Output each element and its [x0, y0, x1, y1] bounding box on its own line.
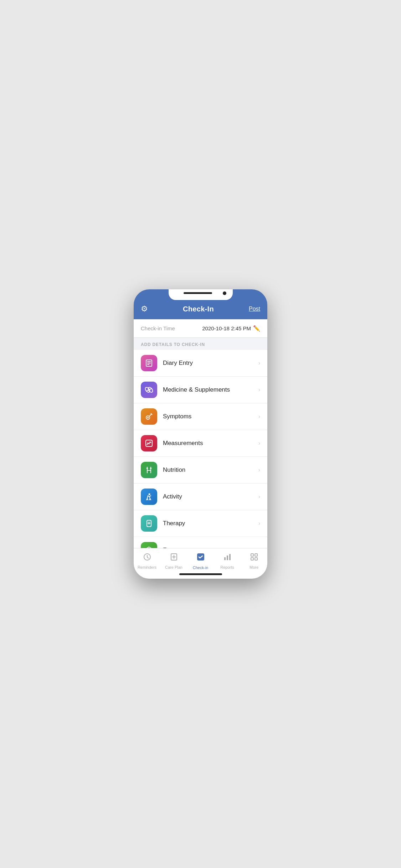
medicine-chevron: › [258, 387, 260, 393]
menu-item-symptoms[interactable]: Symptoms › [134, 403, 267, 430]
factors-icon [141, 542, 157, 548]
bottom-nav: Reminders Care Plan [134, 548, 267, 571]
activity-chevron: › [258, 494, 260, 500]
svg-rect-26 [224, 557, 226, 560]
reports-icon [223, 552, 232, 564]
edit-time-icon[interactable]: ✏️ [253, 325, 260, 332]
activity-icon [141, 489, 157, 505]
nutrition-chevron: › [258, 467, 260, 473]
menu-item-medicine[interactable]: Medicine & Supplements › [134, 377, 267, 403]
section-header: ADD DETAILS TO CHECK-IN [134, 338, 267, 350]
nav-item-reports[interactable]: Reports [214, 552, 241, 569]
svg-point-10 [147, 417, 149, 418]
notch-bar [184, 292, 212, 294]
svg-line-8 [149, 414, 151, 416]
careplan-nav-label: Care Plan [165, 565, 182, 569]
diary-icon [141, 355, 157, 371]
reports-nav-label: Reports [220, 565, 234, 569]
svg-line-21 [147, 557, 149, 558]
header: ⚙ Check-In Post [134, 300, 267, 319]
phone-screen: ⚙ Check-In Post Check-in Time 2020-10-18… [134, 300, 267, 579]
svg-rect-32 [255, 558, 257, 560]
more-icon [250, 552, 259, 564]
measurements-icon [141, 435, 157, 451]
svg-rect-29 [251, 554, 253, 556]
nav-item-more[interactable]: More [241, 552, 267, 569]
diary-label: Diary Entry [163, 360, 258, 367]
gear-icon[interactable]: ⚙ [141, 304, 148, 314]
therapy-label: Therapy [163, 520, 258, 527]
phone-notch [169, 289, 233, 300]
checkin-time-label: Check-in Time [141, 325, 175, 331]
symptoms-icon [141, 408, 157, 425]
nav-item-reminders[interactable]: Reminders [134, 552, 160, 569]
nav-item-checkin[interactable]: Check-in [187, 552, 214, 570]
reminders-icon [143, 552, 152, 564]
careplan-icon [169, 552, 179, 564]
home-indicator [134, 571, 267, 579]
page-title: Check-In [183, 305, 214, 313]
reminders-nav-label: Reminders [138, 565, 156, 569]
menu-item-therapy[interactable]: Therapy › [134, 510, 267, 537]
checkin-nav-label: Check-in [193, 565, 208, 570]
measurements-chevron: › [258, 440, 260, 446]
therapy-icon [141, 515, 157, 532]
medicine-label: Medicine & Supplements [163, 386, 258, 393]
menu-item-activity[interactable]: Activity › [134, 484, 267, 510]
svg-rect-30 [255, 554, 257, 556]
nutrition-label: Nutrition [163, 466, 258, 474]
menu-item-measurements[interactable]: Measurements › [134, 430, 267, 457]
diary-chevron: › [258, 360, 260, 366]
menu-item-factors[interactable]: Factors › [134, 537, 267, 548]
menu-item-nutrition[interactable]: Nutrition › [134, 457, 267, 484]
measurements-label: Measurements [163, 440, 258, 447]
menu-list: Diary Entry › Medicine & Supplements › [134, 350, 267, 548]
menu-item-diary[interactable]: Diary Entry › [134, 350, 267, 377]
svg-rect-31 [251, 558, 253, 560]
notch-dot [223, 291, 226, 295]
checkin-time-value: 2020-10-18 2:45 PM ✏️ [202, 325, 260, 332]
nav-item-careplan[interactable]: Care Plan [160, 552, 187, 569]
svg-rect-27 [227, 556, 228, 560]
content-area: Check-in Time 2020-10-18 2:45 PM ✏️ ADD … [134, 319, 267, 548]
checkin-time-row: Check-in Time 2020-10-18 2:45 PM ✏️ [134, 319, 267, 338]
svg-rect-28 [229, 554, 231, 560]
more-nav-label: More [250, 565, 258, 569]
svg-point-15 [149, 494, 150, 495]
medicine-icon [141, 382, 157, 398]
home-bar [179, 573, 222, 575]
checkin-nav-icon [196, 552, 206, 564]
phone-frame: ⚙ Check-In Post Check-in Time 2020-10-18… [134, 289, 267, 579]
nutrition-icon [141, 462, 157, 478]
symptoms-label: Symptoms [163, 413, 258, 420]
symptoms-chevron: › [258, 413, 260, 420]
post-button[interactable]: Post [249, 306, 260, 312]
therapy-chevron: › [258, 520, 260, 527]
checkin-time-text: 2020-10-18 2:45 PM [202, 325, 251, 331]
activity-label: Activity [163, 493, 258, 500]
